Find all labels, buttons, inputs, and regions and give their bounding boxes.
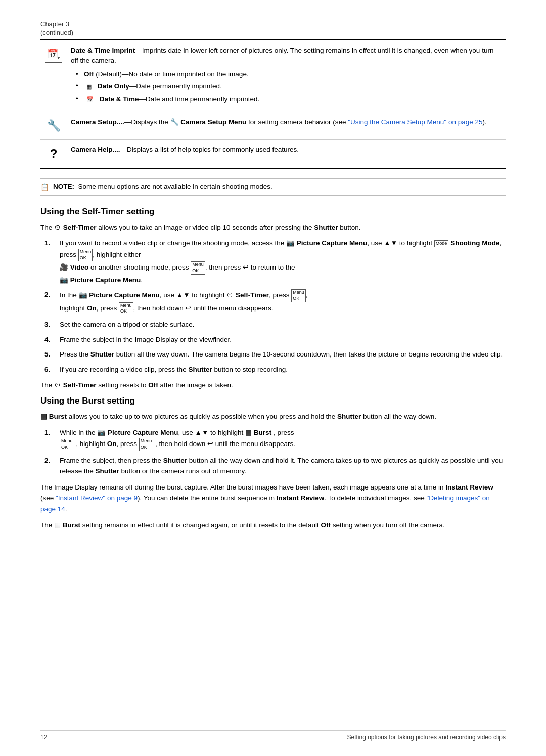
self-timer-steps: If you want to record a video clip or ch… xyxy=(40,238,506,375)
page-number: 12 xyxy=(40,734,47,741)
table-row-camera-setup: 🔧 Camera Setup....—Displays the 🔧 Camera… xyxy=(40,112,506,139)
self-timer-section: Using the Self-Timer setting The ⏲ Self-… xyxy=(40,207,506,391)
bullet-date-time: 📅 Date & Time—Date and time permanently … xyxy=(76,94,502,105)
self-timer-step-6: If you are recording a video clip, press… xyxy=(56,364,506,375)
continued-label: (continued) xyxy=(40,29,506,36)
camera-setup-link[interactable]: "Using the Camera Setup Menu" on page 25 xyxy=(348,118,482,126)
self-timer-step-3: Set the camera on a tripod or stable sur… xyxy=(56,319,506,330)
datetime-bullets: Off (Default)—No date or time imprinted … xyxy=(71,69,502,105)
note-box: 📋 NOTE: Some menu options are not availa… xyxy=(40,178,506,196)
burst-steps: While in the 📷 Picture Capture Menu, use… xyxy=(40,427,506,477)
burst-heading: Using the Burst setting xyxy=(40,396,506,406)
camera-help-icon: ? xyxy=(50,147,58,160)
note-icon: 📋 xyxy=(40,183,49,191)
self-timer-heading: Using the Self-Timer setting xyxy=(40,207,506,217)
self-timer-intro: The ⏲ Self-Timer allows you to take an i… xyxy=(40,222,506,233)
self-timer-step-5: Press the Shutter button all the way dow… xyxy=(56,349,506,360)
footer-description: Setting options for taking pictures and … xyxy=(347,734,506,741)
chapter-label: Chapter 3 xyxy=(40,20,506,28)
burst-step-1: While in the 📷 Picture Capture Menu, use… xyxy=(56,427,506,451)
datetime-label: Date & Time Imprint—Imprints date in low… xyxy=(71,47,493,64)
camera-setup-content: Camera Setup....—Displays the 🔧 Camera S… xyxy=(67,112,506,139)
burst-intro: ▦ Burst allows you to take up to two pic… xyxy=(40,411,506,422)
self-timer-step-4: Frame the subject in the Image Display o… xyxy=(56,334,506,345)
burst-para1: The Image Display remains off during the… xyxy=(40,482,506,515)
table-row-camera-help: ? Camera Help....—Displays a list of hel… xyxy=(40,139,506,168)
bullet-off: Off (Default)—No date or time imprinted … xyxy=(76,69,502,79)
camera-help-content: Camera Help....—Displays a list of help … xyxy=(67,139,506,168)
camera-setup-icon-cell: 🔧 xyxy=(40,112,67,139)
table-row-datetime: 📅b Date & Time Imprint—Imprints date in … xyxy=(40,40,506,112)
camera-help-icon-cell: ? xyxy=(40,139,67,168)
instant-review-link[interactable]: "Instant Review" on page 9 xyxy=(56,494,138,502)
burst-section: Using the Burst setting ▦ Burst allows y… xyxy=(40,396,506,530)
datetime-content: Date & Time Imprint—Imprints date in low… xyxy=(67,40,506,112)
self-timer-step-1: If you want to record a video clip or ch… xyxy=(56,238,506,285)
datetime-icon: 📅b xyxy=(45,46,62,63)
page-footer: 12 Setting options for taking pictures a… xyxy=(40,730,506,741)
note-text: NOTE: Some menu options are not availabl… xyxy=(53,183,272,190)
bullet-date-only: ▦ Date Only—Date permanently imprinted. xyxy=(76,81,502,93)
camera-setup-icon: 🔧 xyxy=(47,119,61,132)
self-timer-step-2: In the 📷 Picture Capture Menu, use ▲▼ to… xyxy=(56,289,506,315)
burst-step-2: Frame the subject, then press the Shutte… xyxy=(56,455,506,477)
burst-para2: The ▦ Burst setting remains in effect un… xyxy=(40,520,506,531)
settings-table: 📅b Date & Time Imprint—Imprints date in … xyxy=(40,39,506,169)
self-timer-closing: The ⏲ Self-Timer setting resets to Off a… xyxy=(40,380,506,391)
datetime-icon-cell: 📅b xyxy=(40,40,67,112)
